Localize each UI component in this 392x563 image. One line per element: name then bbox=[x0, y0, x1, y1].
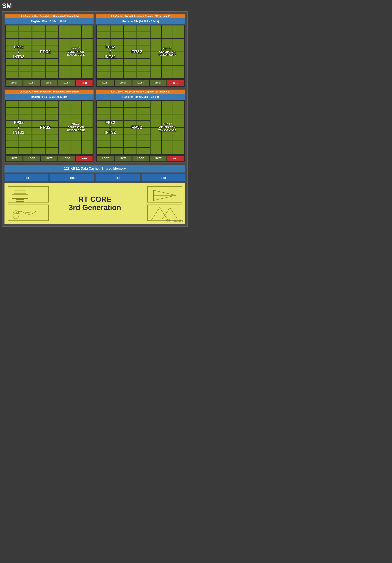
fp32-int32-col: FP32/INT32 bbox=[6, 25, 32, 78]
ldst-sfu-row: LD/STLD/STLD/STLD/STSFU bbox=[96, 79, 185, 87]
fp32-int32-col: FP32/INT32 bbox=[97, 25, 123, 78]
tensor-col: ADA 4thGENERATIONTENSOR CORE bbox=[59, 101, 93, 154]
ldst-cell: LD/ST bbox=[23, 80, 40, 86]
warp-header: L0 i-Cache + Warp Scheduler + Dispatch (… bbox=[5, 90, 93, 94]
svg-marker-10 bbox=[162, 208, 178, 220]
rt-right-icons bbox=[141, 186, 182, 221]
ldst-cell: LD/ST bbox=[6, 80, 23, 86]
ldst-sfu-row: LD/STLD/STLD/STLD/STSFU bbox=[5, 155, 93, 162]
ldst-sfu-row: LD/STLD/STLD/STLD/STSFU bbox=[96, 155, 185, 162]
register-file: Register File (16,384 x 32-bit) bbox=[5, 94, 93, 100]
warp-header: L0 i-Cache + Warp Scheduler + Dispatch (… bbox=[96, 90, 185, 94]
svg-rect-0 bbox=[14, 190, 26, 193]
fp32-col: FP32 bbox=[32, 101, 58, 154]
rt-icon-box-2 bbox=[8, 205, 49, 221]
tex-cell: Tex bbox=[4, 174, 49, 181]
ldst-cell: LD/ST bbox=[150, 80, 167, 86]
compute-block: FP32/INT32FP32ADA 4thGENERATIONTENSOR CO… bbox=[5, 100, 93, 155]
warp-unit: L0 i-Cache + Warp Scheduler + Dispatch (… bbox=[4, 14, 94, 87]
fp32-col: FP32 bbox=[124, 101, 150, 154]
ldst-cell: LD/ST bbox=[97, 155, 114, 161]
ldst-sfu-row: LD/STLD/STLD/STLD/STSFU bbox=[5, 79, 93, 87]
l1-cache: 128 KB L1 Data Cache / Shared Memory bbox=[4, 165, 185, 172]
sfu-cell: SFU bbox=[76, 155, 93, 161]
tensor-col: ADA 4thGENERATIONTENSOR CORE bbox=[150, 101, 184, 154]
tex-cell: Tex bbox=[96, 174, 140, 181]
tensor-col: ADA 4thGENERATIONTENSOR CORE bbox=[150, 25, 184, 78]
ldst-cell: LD/ST bbox=[23, 155, 40, 161]
sfu-cell: SFU bbox=[167, 155, 184, 161]
watermark: 知乎 @王尔德鲁 bbox=[166, 219, 184, 222]
warp-header: L0 i-Cache + Warp Scheduler + Dispatch (… bbox=[96, 14, 185, 18]
compute-block: FP32/INT32FP32ADA 4thGENERATIONTENSOR CO… bbox=[96, 25, 185, 79]
fp32-col: FP32 bbox=[124, 25, 150, 78]
sm-container: L0 i-Cache + Warp Scheduler + Dispatch (… bbox=[2, 11, 188, 227]
ldst-cell: LD/ST bbox=[115, 155, 132, 161]
quadrant-grid: L0 i-Cache + Warp Scheduler + Dispatch (… bbox=[4, 14, 185, 163]
register-file: Register File (16,384 x 32-bit) bbox=[96, 94, 185, 100]
ldst-cell: LD/ST bbox=[6, 155, 23, 161]
rt-core: RT CORE 3rd Generation 知乎 @王尔德鲁 bbox=[4, 183, 185, 224]
ldst-cell: LD/ST bbox=[41, 155, 58, 161]
tensor-col: ADA 4thGENERATIONTENSOR CORE bbox=[59, 25, 93, 78]
ldst-cell: LD/ST bbox=[132, 80, 149, 86]
sm-label: SM bbox=[2, 2, 12, 10]
sfu-cell: SFU bbox=[76, 80, 93, 86]
rt-icon-box-1 bbox=[8, 186, 49, 203]
rt-center: RT CORE 3rd Generation bbox=[69, 195, 121, 211]
tex-row: TexTexTexTex bbox=[4, 174, 185, 181]
ldst-cell: LD/ST bbox=[41, 80, 58, 86]
ldst-cell: LD/ST bbox=[115, 80, 132, 86]
compute-block: FP32/INT32FP32ADA 4thGENERATIONTENSOR CO… bbox=[5, 25, 93, 79]
fp32-col: FP32 bbox=[32, 25, 58, 78]
svg-marker-9 bbox=[152, 208, 168, 220]
ldst-cell: LD/ST bbox=[97, 80, 114, 86]
warp-unit: L0 i-Cache + Warp Scheduler + Dispatch (… bbox=[96, 14, 185, 87]
fp32-int32-col: FP32/INT32 bbox=[6, 101, 32, 154]
sfu-cell: SFU bbox=[167, 80, 184, 86]
svg-rect-1 bbox=[12, 194, 28, 198]
rt-icon-box-4 bbox=[147, 205, 182, 221]
register-file: Register File (16,384 x 32-bit) bbox=[5, 18, 93, 25]
ldst-cell: LD/ST bbox=[132, 155, 149, 161]
ldst-cell: LD/ST bbox=[58, 155, 75, 161]
warp-unit: L0 i-Cache + Warp Scheduler + Dispatch (… bbox=[4, 89, 94, 163]
rt-core-title: RT CORE 3rd Generation bbox=[69, 195, 121, 211]
rt-left-icons bbox=[8, 186, 49, 221]
warp-unit: L0 i-Cache + Warp Scheduler + Dispatch (… bbox=[96, 89, 185, 163]
ldst-cell: LD/ST bbox=[150, 155, 167, 161]
warp-header: L0 i-Cache + Warp Scheduler + Dispatch (… bbox=[5, 14, 93, 18]
compute-block: FP32/INT32FP32ADA 4thGENERATIONTENSOR CO… bbox=[96, 100, 185, 155]
register-file: Register File (16,384 x 32-bit) bbox=[96, 18, 185, 25]
tex-cell: Tex bbox=[50, 174, 94, 181]
tex-cell: Tex bbox=[142, 174, 186, 181]
svg-rect-2 bbox=[16, 199, 24, 202]
ldst-cell: LD/ST bbox=[58, 80, 75, 86]
fp32-int32-col: FP32/INT32 bbox=[97, 101, 123, 154]
rt-icon-box-3 bbox=[147, 186, 182, 203]
